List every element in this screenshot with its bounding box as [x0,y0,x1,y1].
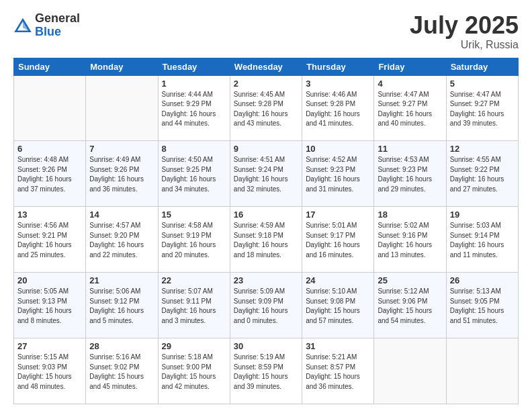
table-row: 17Sunrise: 5:01 AMSunset: 9:17 PMDayligh… [302,207,374,273]
day-number: 8 [162,144,226,154]
day-number: 10 [306,144,370,154]
day-number: 5 [450,79,515,89]
table-row: 14Sunrise: 4:57 AMSunset: 9:20 PMDayligh… [86,207,158,273]
title-block: July 2025 Urik, Russia [410,12,519,51]
table-row: 3Sunrise: 4:46 AMSunset: 9:28 PMDaylight… [302,75,374,141]
table-row: 22Sunrise: 5:07 AMSunset: 9:11 PMDayligh… [158,273,230,338]
table-row [446,338,518,404]
col-monday: Monday [86,58,158,75]
day-info: Sunrise: 4:52 AMSunset: 9:23 PMDaylight:… [306,155,370,194]
table-row: 31Sunrise: 5:21 AMSunset: 8:57 PMDayligh… [302,338,374,404]
day-info: Sunrise: 4:44 AMSunset: 9:29 PMDaylight:… [162,90,226,129]
day-number: 25 [378,275,442,285]
table-row: 11Sunrise: 4:53 AMSunset: 9:23 PMDayligh… [374,141,446,207]
table-row: 9Sunrise: 4:51 AMSunset: 9:24 PMDaylight… [230,141,302,207]
day-info: Sunrise: 4:46 AMSunset: 9:28 PMDaylight:… [306,90,370,129]
day-info: Sunrise: 4:59 AMSunset: 9:18 PMDaylight:… [234,221,298,260]
table-row: 10Sunrise: 4:52 AMSunset: 9:23 PMDayligh… [302,141,374,207]
day-info: Sunrise: 5:12 AMSunset: 9:06 PMDaylight:… [378,287,442,326]
day-number: 13 [17,210,82,220]
col-wednesday: Wednesday [230,58,302,75]
day-number: 2 [234,79,298,89]
day-number: 9 [234,144,298,154]
day-number: 22 [162,275,226,285]
table-row: 25Sunrise: 5:12 AMSunset: 9:06 PMDayligh… [374,273,446,338]
day-number: 12 [450,144,515,154]
day-info: Sunrise: 4:58 AMSunset: 9:19 PMDaylight:… [162,221,226,260]
table-row: 20Sunrise: 5:05 AMSunset: 9:13 PMDayligh… [14,273,86,338]
calendar-header-row: Sunday Monday Tuesday Wednesday Thursday… [14,58,519,75]
day-number: 1 [162,79,226,89]
day-info: Sunrise: 4:47 AMSunset: 9:27 PMDaylight:… [450,90,515,129]
col-friday: Friday [374,58,446,75]
table-row [14,75,86,141]
table-row: 5Sunrise: 4:47 AMSunset: 9:27 PMDaylight… [446,75,518,141]
day-info: Sunrise: 4:55 AMSunset: 9:22 PMDaylight:… [450,155,515,194]
day-number: 24 [306,275,370,285]
col-sunday: Sunday [14,58,86,75]
day-info: Sunrise: 4:45 AMSunset: 9:28 PMDaylight:… [234,90,298,129]
day-info: Sunrise: 4:48 AMSunset: 9:26 PMDaylight:… [17,155,82,194]
table-row: 28Sunrise: 5:16 AMSunset: 9:02 PMDayligh… [86,338,158,404]
col-saturday: Saturday [446,58,518,75]
table-row: 13Sunrise: 4:56 AMSunset: 9:21 PMDayligh… [14,207,86,273]
table-row [86,75,158,141]
day-info: Sunrise: 5:06 AMSunset: 9:12 PMDaylight:… [89,287,154,326]
day-number: 20 [17,275,82,285]
table-row: 30Sunrise: 5:19 AMSunset: 8:59 PMDayligh… [230,338,302,404]
calendar-week-row: 1Sunrise: 4:44 AMSunset: 9:29 PMDaylight… [14,75,519,141]
day-info: Sunrise: 5:16 AMSunset: 9:02 PMDaylight:… [89,353,154,392]
day-number: 27 [17,341,82,351]
day-info: Sunrise: 5:03 AMSunset: 9:14 PMDaylight:… [450,221,515,260]
table-row: 4Sunrise: 4:47 AMSunset: 9:27 PMDaylight… [374,75,446,141]
day-info: Sunrise: 5:05 AMSunset: 9:13 PMDaylight:… [17,287,82,326]
logo: General Blue [13,12,80,39]
day-number: 30 [234,341,298,351]
day-number: 18 [378,210,442,220]
title-location: Urik, Russia [410,39,519,51]
day-number: 11 [378,144,442,154]
day-number: 23 [234,275,298,285]
table-row: 7Sunrise: 4:49 AMSunset: 9:26 PMDaylight… [86,141,158,207]
logo-general-text: General [35,12,80,26]
logo-text: General Blue [35,12,80,39]
day-number: 17 [306,210,370,220]
day-number: 15 [162,210,226,220]
table-row [374,338,446,404]
table-row: 21Sunrise: 5:06 AMSunset: 9:12 PMDayligh… [86,273,158,338]
day-number: 7 [89,144,154,154]
day-info: Sunrise: 4:47 AMSunset: 9:27 PMDaylight:… [378,90,442,129]
table-row: 18Sunrise: 5:02 AMSunset: 9:16 PMDayligh… [374,207,446,273]
day-info: Sunrise: 4:51 AMSunset: 9:24 PMDaylight:… [234,155,298,194]
day-info: Sunrise: 4:56 AMSunset: 9:21 PMDaylight:… [17,221,82,260]
page: General Blue July 2025 Urik, Russia Sund… [0,0,532,411]
day-info: Sunrise: 5:18 AMSunset: 9:00 PMDaylight:… [162,353,226,392]
day-number: 19 [450,210,515,220]
day-number: 28 [89,341,154,351]
title-month: July 2025 [410,12,519,39]
day-info: Sunrise: 5:13 AMSunset: 9:05 PMDaylight:… [450,287,515,326]
day-number: 26 [450,275,515,285]
table-row: 24Sunrise: 5:10 AMSunset: 9:08 PMDayligh… [302,273,374,338]
day-info: Sunrise: 5:02 AMSunset: 9:16 PMDaylight:… [378,221,442,260]
day-info: Sunrise: 4:49 AMSunset: 9:26 PMDaylight:… [89,155,154,194]
logo-blue-text: Blue [35,26,80,39]
table-row: 26Sunrise: 5:13 AMSunset: 9:05 PMDayligh… [446,273,518,338]
day-info: Sunrise: 5:15 AMSunset: 9:03 PMDaylight:… [17,353,82,392]
day-info: Sunrise: 5:07 AMSunset: 9:11 PMDaylight:… [162,287,226,326]
day-number: 31 [306,341,370,351]
day-number: 3 [306,79,370,89]
day-info: Sunrise: 5:19 AMSunset: 8:59 PMDaylight:… [234,353,298,392]
day-info: Sunrise: 4:50 AMSunset: 9:25 PMDaylight:… [162,155,226,194]
day-number: 16 [234,210,298,220]
table-row: 23Sunrise: 5:09 AMSunset: 9:09 PMDayligh… [230,273,302,338]
logo-icon [13,16,32,35]
calendar-table: Sunday Monday Tuesday Wednesday Thursday… [13,58,519,404]
table-row: 16Sunrise: 4:59 AMSunset: 9:18 PMDayligh… [230,207,302,273]
day-number: 14 [89,210,154,220]
day-number: 4 [378,79,442,89]
table-row: 19Sunrise: 5:03 AMSunset: 9:14 PMDayligh… [446,207,518,273]
day-number: 6 [17,144,82,154]
calendar-week-row: 13Sunrise: 4:56 AMSunset: 9:21 PMDayligh… [14,207,519,273]
table-row: 8Sunrise: 4:50 AMSunset: 9:25 PMDaylight… [158,141,230,207]
